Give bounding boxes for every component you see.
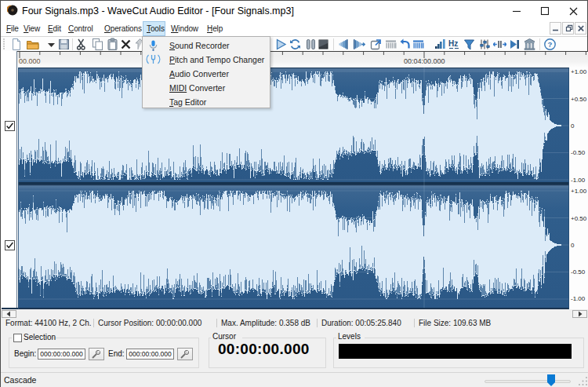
svg-text:?: ? xyxy=(548,40,553,49)
svg-text:Hz: Hz xyxy=(448,39,458,48)
